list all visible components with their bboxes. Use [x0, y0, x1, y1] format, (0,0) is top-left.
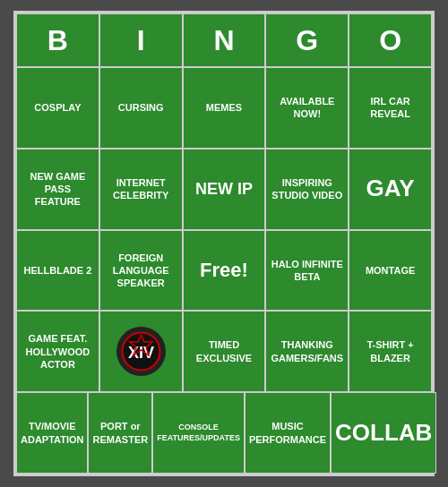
bingo-cell: THANKING GAMERS/FANS	[265, 311, 349, 392]
bingo-cell: CONSOLE FEATURES/UPDATES	[152, 392, 245, 474]
bingo-cell: NEW GAME PASS FEATURE	[16, 149, 99, 230]
bingo-cell: XIV	[99, 311, 183, 392]
header-letter: O	[349, 13, 432, 67]
header-letter: I	[99, 13, 183, 67]
bingo-cell: INTERNET CELEBRITY	[99, 149, 183, 230]
bingo-cell: HALO INFINITE BETA	[265, 230, 349, 312]
bingo-cell: CURSING	[99, 67, 183, 149]
bingo-cell: COLLAB	[331, 392, 436, 474]
bingo-cell: MONTAGE	[349, 230, 432, 312]
bingo-cell: AVAILABLE NOW!	[265, 67, 349, 149]
xiv-logo: XIV	[116, 327, 166, 376]
bingo-cell: PORT or REMASTER	[88, 392, 152, 474]
bingo-row: HELLBLADE 2FOREIGN LANGUAGE SPEAKERFree!…	[16, 230, 432, 312]
bingo-cell: TV/MOVIE ADAPTATION	[16, 392, 88, 474]
bingo-cell: INSPIRING STUDIO VIDEO	[265, 149, 349, 230]
header-letter: G	[265, 13, 349, 67]
bingo-cell: Free!	[183, 230, 266, 312]
bingo-cell: FOREIGN LANGUAGE SPEAKER	[99, 230, 183, 312]
bingo-cell: GAME FEAT. HOLLYWOOD ACTOR	[16, 311, 99, 392]
bingo-grid: COSPLAYCURSINGMEMESAVAILABLE NOW!IRL CAR…	[16, 67, 432, 474]
bingo-cell: NEW IP	[183, 149, 266, 230]
bingo-row: NEW GAME PASS FEATUREINTERNET CELEBRITYN…	[16, 149, 432, 230]
bingo-cell: COSPLAY	[16, 67, 99, 149]
bingo-card: BINGO COSPLAYCURSINGMEMESAVAILABLE NOW!I…	[13, 11, 435, 476]
bingo-row: COSPLAYCURSINGMEMESAVAILABLE NOW!IRL CAR…	[16, 67, 432, 149]
header-letter: B	[16, 13, 99, 67]
bingo-cell: MUSIC PERFORMANCE	[245, 392, 331, 474]
bingo-cell: IRL CAR REVEAL	[349, 67, 432, 149]
bingo-row: GAME FEAT. HOLLYWOOD ACTOR XIV TIMED EXC…	[16, 311, 432, 392]
svg-text:XIV: XIV	[128, 344, 154, 362]
bingo-cell: HELLBLADE 2	[16, 230, 99, 312]
bingo-cell: MEMES	[183, 67, 266, 149]
bingo-header: BINGO	[16, 13, 432, 67]
bingo-cell: TIMED EXCLUSIVE	[183, 311, 266, 392]
header-letter: N	[183, 13, 266, 67]
bingo-row: TV/MOVIE ADAPTATIONPORT or REMASTERCONSO…	[16, 392, 432, 474]
bingo-cell: T-SHIRT + BLAZER	[349, 311, 432, 392]
bingo-cell: GAY	[349, 149, 432, 230]
